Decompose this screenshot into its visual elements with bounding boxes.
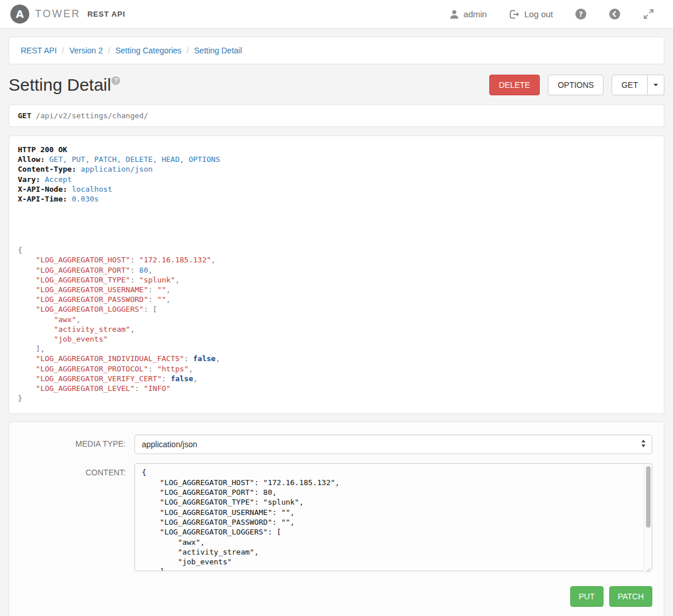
help-button[interactable]: ? — [575, 8, 587, 20]
chevron-down-icon — [653, 84, 658, 86]
request-method: GET — [18, 111, 31, 120]
media-type-select[interactable]: application/json — [134, 435, 652, 454]
content-scrollbar-thumb[interactable] — [646, 466, 651, 527]
expand-arrows-icon — [643, 8, 655, 20]
user-icon — [449, 9, 459, 20]
response-headers: HTTP 200 OK Allow: GET, PUT, PATCH, DELE… — [18, 145, 655, 204]
breadcrumb-link[interactable]: Setting Categories — [115, 46, 181, 55]
svg-text:?: ? — [579, 10, 583, 18]
resize-grip-icon[interactable] — [644, 565, 651, 572]
title-help-icon[interactable]: ? — [111, 76, 120, 85]
back-button[interactable] — [609, 8, 621, 20]
patch-button[interactable]: PATCH — [609, 586, 652, 607]
brand-link[interactable]: A TOWER REST API — [10, 5, 125, 24]
content-scrollbar[interactable] — [644, 464, 652, 573]
help-icon: ? — [575, 8, 587, 20]
brand-title: TOWER — [35, 8, 80, 20]
content-textarea[interactable]: { "LOG_AGGREGATOR_HOST": "172.16.185.132… — [134, 463, 652, 571]
media-type-value: application/json — [142, 440, 198, 449]
current-user: admin — [449, 9, 487, 20]
breadcrumb: REST API/Version 2/Setting Categories/Se… — [9, 37, 664, 64]
expand-button[interactable] — [643, 8, 655, 20]
response-body: { "LOG_AGGREGATOR_HOST": "172.16.185.132… — [18, 245, 655, 403]
logout-label: Log out — [524, 9, 553, 19]
breadcrumb-separator: / — [187, 46, 189, 55]
logout-icon — [509, 9, 520, 20]
title-row: Setting Detail? DELETE OPTIONS GET — [9, 75, 664, 95]
response-panel: HTTP 200 OK Allow: GET, PUT, PATCH, DELE… — [9, 135, 664, 414]
options-button[interactable]: OPTIONS — [548, 75, 604, 95]
delete-button[interactable]: DELETE — [489, 75, 540, 95]
request-form-panel: MEDIA TYPE: application/json CONTENT: — [9, 421, 664, 616]
media-type-label: MEDIA TYPE: — [21, 435, 134, 454]
select-arrows-icon — [641, 439, 646, 450]
put-button[interactable]: PUT — [570, 586, 604, 607]
content-label: CONTENT: — [21, 463, 134, 574]
ansible-logo-icon: A — [10, 5, 29, 24]
breadcrumb-link[interactable]: Version 2 — [69, 46, 103, 55]
get-button[interactable]: GET — [612, 75, 648, 95]
request-path: /api/v2/settings/changed/ — [36, 111, 148, 120]
brand-subtitle: REST API — [87, 10, 125, 18]
breadcrumb-link[interactable]: Setting Detail — [194, 46, 242, 55]
breadcrumb-separator: / — [62, 46, 64, 55]
user-name: admin — [463, 9, 487, 19]
top-navbar: A TOWER REST API admin Log out — [0, 0, 673, 29]
breadcrumb-link[interactable]: REST API — [21, 46, 57, 55]
page-title: Setting Detail? — [9, 75, 120, 95]
get-dropdown-toggle[interactable] — [648, 75, 664, 95]
logout-link[interactable]: Log out — [509, 9, 553, 20]
page-title-text: Setting Detail — [9, 75, 111, 94]
request-line: GET /api/v2/settings/changed/ — [9, 104, 664, 127]
back-arrow-icon — [609, 8, 621, 20]
breadcrumb-separator: / — [108, 46, 110, 55]
